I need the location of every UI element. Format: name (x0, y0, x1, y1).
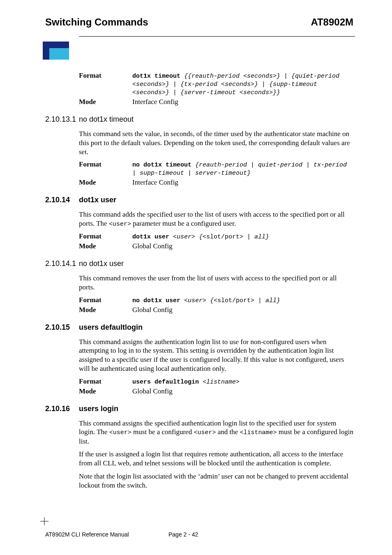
section-heading: 2.10.16 users login (79, 405, 353, 413)
header-rule (79, 36, 355, 37)
svg-rect-0 (43, 42, 49, 60)
header-title-left: Switching Commands (45, 16, 148, 28)
format-label: Format (79, 296, 132, 304)
format-label: Format (79, 160, 132, 177)
format-value: dot1x user <user> {<slot/port> | all} (132, 232, 353, 240)
section-heading: 2.10.14 dot1x user (79, 196, 353, 204)
section-paragraph: If the user is assigned a login list tha… (79, 450, 353, 468)
section-paragraph: This command assigns the authentication … (79, 338, 353, 373)
section-heading: 2.10.15 users defaultlogin (79, 323, 353, 332)
mode-label: Mode (79, 242, 132, 250)
section-paragraph: This command adds the specified user to … (79, 210, 353, 228)
mode-value: Global Config (132, 242, 353, 250)
format-value: no dot1x timeout {reauth-period | quiet-… (132, 160, 353, 177)
footer-manual-title: AT8902M CLI Reference Manual (45, 531, 168, 538)
format-value: users defaultlogin <listname> (132, 377, 353, 386)
format-label: Format (79, 232, 132, 240)
mode-value: Global Config (132, 387, 353, 395)
page-footer: AT8902M CLI Reference Manual Page 2 - 42 (45, 531, 355, 538)
mode-label: Mode (79, 306, 132, 314)
mode-label: Mode (79, 387, 132, 395)
section-paragraph: This command removes the user from the l… (79, 274, 353, 292)
format-label: Format (79, 377, 132, 386)
mode-value: Interface Config (132, 178, 353, 187)
section-paragraph: Note that the login list associated with… (79, 472, 353, 490)
section-paragraph: This command assigns the specified authe… (79, 419, 353, 446)
section-heading: 2.10.13.1 no dot1x timeout (79, 115, 353, 124)
mode-value: Interface Config (132, 98, 353, 106)
format-value: no dot1x user <user> {<slot/port> | all} (132, 296, 353, 304)
brand-logo-icon (43, 42, 355, 62)
format-label: Format (79, 72, 132, 96)
svg-rect-2 (49, 48, 69, 60)
section-heading: 2.10.14.1 no dot1x user (79, 259, 353, 268)
svg-rect-1 (49, 42, 69, 48)
footer-page-number: Page 2 - 42 (168, 531, 198, 538)
section-paragraph: This command sets the value, in seconds,… (79, 130, 353, 156)
format-value: dot1x timeout {{reauth-period <seconds>}… (132, 72, 353, 96)
mode-value: Global Config (132, 306, 353, 314)
header-title-right: AT8902M (311, 16, 353, 28)
mode-label: Mode (79, 178, 132, 187)
crop-mark-icon (40, 517, 48, 525)
mode-label: Mode (79, 98, 132, 106)
